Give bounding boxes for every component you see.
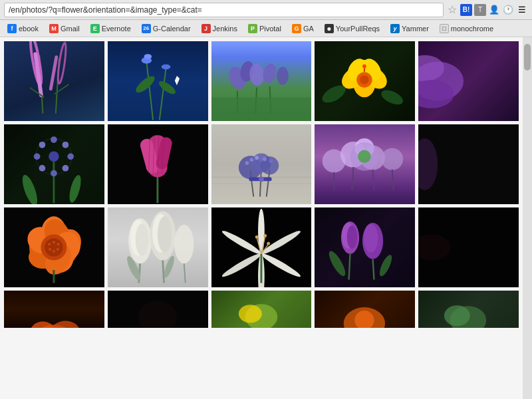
clock-icon[interactable]: 🕐 (502, 4, 514, 16)
bookmark-yammer[interactable]: y Yammer (387, 23, 432, 34)
svg-point-73 (269, 159, 273, 163)
svg-point-146 (238, 305, 261, 323)
photo-r4c5[interactable] (418, 291, 519, 328)
photo-r4c4[interactable] (315, 291, 415, 328)
user-icon[interactable]: 👤 (488, 4, 500, 16)
monochrome-icon: □ (440, 24, 449, 33)
photo-r4c2[interactable] (108, 291, 208, 328)
bookmarks-bar: f ebook M Gmail E Evernote 26 G-Calendar… (0, 20, 532, 37)
address-bar[interactable]: /en/photos/?q=flower&orientation=&image_… (4, 3, 444, 17)
gmail-icon: M (49, 24, 59, 33)
photo-r2c1[interactable] (4, 124, 104, 204)
bookmark-evernote-label: Evernote (102, 25, 131, 33)
photo-r3c2[interactable] (108, 207, 208, 287)
bookmark-github[interactable]: ● YourPullReqs (321, 23, 383, 34)
photo-r2c2[interactable] (108, 124, 208, 204)
svg-point-34 (362, 65, 366, 68)
flower-r3c5-svg (418, 207, 519, 287)
menu-icon[interactable]: ☰ (516, 4, 528, 16)
svg-point-140 (418, 235, 451, 261)
photo-r1c1[interactable] (4, 41, 104, 121)
bookmark-gmail-label: Gmail (61, 25, 80, 33)
svg-point-86 (358, 150, 371, 163)
svg-point-123 (220, 228, 263, 256)
svg-point-143 (51, 321, 80, 328)
svg-point-138 (327, 249, 348, 278)
scrollbar-thumb[interactable] (524, 44, 531, 70)
svg-point-112 (158, 216, 172, 252)
svg-point-79 (382, 148, 404, 170)
flower-r2c2-svg (108, 124, 208, 204)
svg-point-150 (444, 305, 470, 326)
svg-point-71 (255, 156, 259, 160)
flower-r1c4-svg (315, 41, 415, 121)
svg-rect-24 (211, 97, 312, 120)
svg-point-43 (63, 142, 69, 148)
scrollbar[interactable] (523, 37, 532, 399)
tag-icon[interactable]: T (474, 4, 486, 16)
bookmark-gcalendar[interactable]: 26 G-Calendar (138, 23, 194, 34)
photo-r4c3[interactable] (211, 291, 312, 328)
flower-r3c2-svg (108, 207, 208, 287)
svg-point-50 (49, 152, 59, 162)
flower-r2c4-svg (315, 124, 415, 204)
bookmark-star-icon[interactable]: ☆ (446, 4, 458, 16)
photo-r3c4[interactable] (315, 207, 415, 287)
bookmark-yammer-label: Yammer (402, 25, 429, 33)
svg-point-133 (347, 225, 358, 249)
photo-r3c1[interactable] (4, 207, 104, 287)
svg-point-144 (138, 301, 177, 328)
flower-r3c3-svg (211, 207, 312, 287)
photo-r1c5[interactable] (418, 41, 519, 121)
jenkins-icon: J (201, 24, 211, 33)
browser-chrome: /en/photos/?q=flower&orientation=&image_… (0, 0, 532, 37)
bookmark-monochrome[interactable]: □ monochrome (436, 23, 497, 34)
toolbar-icons: ☆ B! T 👤 🕐 ☰ (446, 4, 528, 16)
photo-grid-area (0, 37, 532, 399)
flower-r1c1-svg (4, 41, 104, 121)
bookmark-pivotal-label: Pivotal (259, 25, 281, 33)
photo-r2c5[interactable] (418, 124, 519, 204)
svg-point-20 (277, 67, 289, 85)
photo-r1c4[interactable] (315, 41, 415, 121)
bookmark-github-label: YourPullReqs (336, 25, 380, 33)
photo-r2c4[interactable] (315, 124, 415, 204)
svg-point-101 (57, 243, 60, 245)
photo-r3c3[interactable] (211, 207, 312, 287)
bookmark-gmail[interactable]: M Gmail (46, 23, 83, 34)
svg-point-42 (51, 136, 57, 143)
svg-line-82 (352, 167, 354, 190)
svg-point-135 (364, 224, 378, 253)
svg-point-14 (162, 65, 171, 70)
svg-point-129 (263, 234, 267, 237)
svg-point-44 (67, 153, 74, 160)
bookmark-ga[interactable]: G GA (289, 23, 317, 34)
hatena-bookmark-icon[interactable]: B! (460, 4, 472, 16)
photo-r1c3[interactable] (211, 41, 312, 121)
flower-r2c3-svg (211, 124, 312, 204)
photo-r4c1[interactable] (4, 291, 104, 328)
svg-point-52 (67, 174, 83, 204)
bookmark-evernote[interactable]: E Evernote (87, 23, 134, 34)
svg-line-113 (162, 260, 164, 283)
svg-point-10 (133, 73, 157, 95)
svg-point-72 (262, 157, 266, 161)
svg-point-108 (136, 223, 148, 256)
svg-point-49 (39, 142, 46, 148)
svg-point-13 (144, 54, 152, 59)
flower-r1c5-svg (418, 41, 519, 121)
bookmark-jenkins-label: Jenkins (213, 25, 237, 33)
svg-line-83 (373, 170, 374, 190)
github-icon: ● (325, 24, 334, 33)
photo-r3c5[interactable] (418, 207, 519, 287)
bookmark-jenkins[interactable]: J Jenkins (198, 23, 241, 34)
svg-point-130 (267, 242, 270, 245)
bookmark-pivotal[interactable]: P Pivotal (245, 23, 285, 34)
evernote-icon: E (90, 24, 100, 33)
flower-r4c1-svg (4, 291, 104, 328)
photo-r1c2[interactable] (108, 41, 208, 121)
photo-r2c3[interactable] (211, 124, 312, 204)
svg-line-84 (392, 170, 394, 190)
flower-r2c5-svg (418, 124, 519, 204)
bookmark-facebook[interactable]: f ebook (4, 23, 42, 34)
